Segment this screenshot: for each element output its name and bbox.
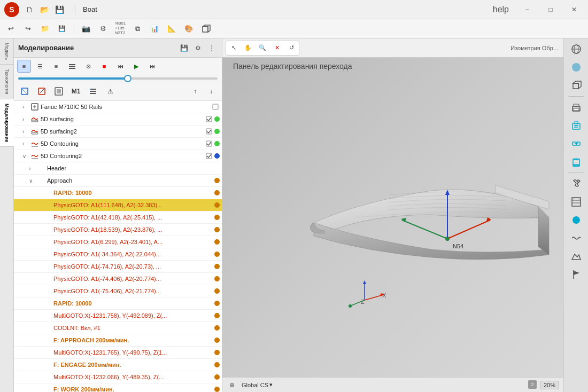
vt-x-button[interactable]: ✕	[270, 42, 284, 54]
tree-list[interactable]: › Fanuc M710IC 50 Rails › 5D surfacing ›…	[14, 101, 222, 392]
minimize-button[interactable]: −	[517, 2, 537, 17]
globe-icon-button[interactable]	[567, 41, 586, 58]
panel-settings-icon[interactable]: ⚙	[192, 42, 204, 54]
progress-thumb[interactable]	[124, 75, 131, 82]
x-circle-button[interactable]: ⊗	[81, 60, 95, 73]
anchor-red-button[interactable]	[34, 84, 49, 98]
rewind-button[interactable]: ⏮	[113, 60, 127, 73]
cube-icon-button[interactable]	[567, 77, 586, 94]
wrench-icon-button[interactable]	[567, 175, 586, 192]
dot-rapid1	[214, 190, 220, 195]
tree-item-physic6[interactable]: PhysicGOTO: A1(-74.716), A2(-20.73), ...	[14, 261, 222, 273]
progress-track[interactable]	[18, 77, 218, 80]
layers-btn[interactable]	[65, 60, 79, 73]
undo-button[interactable]: ↩	[3, 21, 18, 36]
frame-button[interactable]	[51, 84, 66, 98]
zoom-level[interactable]: 20%	[540, 381, 559, 389]
redo-button[interactable]: ↪	[20, 21, 35, 36]
coord-system-dropdown[interactable]: Global CS ▾	[242, 381, 273, 388]
tree-item-fwork[interactable]: F: WORK 200мм/мин.	[14, 383, 222, 392]
printer2-icon-button[interactable]	[567, 117, 586, 134]
save-button[interactable]: 💾	[55, 21, 69, 36]
svg-point-64	[572, 216, 580, 224]
arrow-down-button[interactable]: ↓	[204, 84, 219, 98]
tree-item-5dcontouring2[interactable]: ∨ 5D Contouring2	[14, 150, 222, 162]
tree-item-rapid1[interactable]: RAPID: 10000	[14, 187, 222, 199]
view-indent-button[interactable]: ≡	[49, 60, 63, 73]
tree-item-physic8[interactable]: PhysicGOTO: A1(-75.406), A2(-21.774)...	[14, 285, 222, 297]
svg-rect-2	[69, 64, 75, 65]
tab-model[interactable]: Модель	[0, 38, 14, 65]
tree-item-physic1[interactable]: PhysicGOTO: A1(111.648), A2(-32.383)...	[14, 199, 222, 211]
tree-item-5dsurfacing2[interactable]: › 5D surfacing2	[14, 126, 222, 138]
ruler-button[interactable]: 📐	[164, 21, 179, 36]
tab-tech[interactable]: Технология	[0, 65, 14, 99]
layers-button[interactable]: ⧉	[130, 21, 145, 36]
hatch-icon-button[interactable]	[567, 193, 586, 210]
gear-button[interactable]: ⚙	[96, 21, 111, 36]
m1-button[interactable]: M1	[68, 84, 83, 98]
arrow-up-button[interactable]: ↑	[188, 84, 203, 98]
printer1-icon-button[interactable]	[567, 99, 586, 116]
tree-item-physic7[interactable]: PhysicGOTO: A1(-74.406), A2(-20.774)...	[14, 273, 222, 285]
stats-button[interactable]: %001+185N2T2	[113, 21, 128, 36]
terrain-icon-button[interactable]	[567, 248, 586, 265]
panel-menu-icon[interactable]: ⋮	[206, 42, 218, 54]
camera-button[interactable]: 📷	[79, 21, 94, 36]
forward-button[interactable]: ⏭	[145, 60, 159, 73]
open-file-icon[interactable]: 📂	[38, 4, 50, 15]
panel-save-icon[interactable]: 💾	[178, 42, 190, 54]
tree-item-physic4[interactable]: PhysicGOTO: A1(6.299), A2(-23.401), A...	[14, 236, 222, 248]
tree-item-5dsurfacing[interactable]: › 5D surfacing	[14, 113, 222, 126]
tree-item-header[interactable]: › Header	[14, 162, 222, 175]
close-button[interactable]: ✕	[564, 2, 584, 17]
dot-5dsurfacing2	[214, 129, 220, 134]
vt-refresh-button[interactable]: ↺	[284, 42, 298, 54]
vt-cursor-button[interactable]: ↖	[227, 42, 241, 54]
help-button[interactable]: help	[489, 5, 513, 14]
tree-item-multigoto2[interactable]: MultiGOTO:X(-1231.765), Y(-490.75), Z(1.…	[14, 347, 222, 359]
wave-icon-button[interactable]	[567, 230, 586, 247]
tree-item-approach[interactable]: ∨ Approach	[14, 175, 222, 187]
tree-item-coolnt[interactable]: COOLNT: Вкл, #1	[14, 322, 222, 334]
tree-item-rapid2[interactable]: RAPID: 10000	[14, 297, 222, 310]
dot-multigoto1	[214, 313, 220, 318]
label-physic5: PhysicGOTO: A1(-34.364), A2(-22.044)...	[52, 251, 213, 257]
save-file-icon[interactable]: 💾	[53, 4, 65, 15]
sphere-icon-button[interactable]	[567, 59, 586, 76]
dot-icon-button[interactable]	[567, 211, 586, 229]
cube-button[interactable]	[198, 21, 213, 36]
flag-icon-button[interactable]	[567, 266, 586, 283]
label-coolnt: COOLNT: Вкл, #1	[52, 325, 213, 331]
machine-node[interactable]: › Fanuc M710IC 50 Rails	[14, 101, 222, 113]
vt-zoom-button[interactable]: 🔍	[256, 42, 269, 54]
tree-item-physic5[interactable]: PhysicGOTO: A1(-34.364), A2(-22.044)...	[14, 248, 222, 261]
warning-button[interactable]: ⚠	[103, 84, 118, 98]
tree-item-physic3[interactable]: PhysicGOTO: A1(18.539), A2(-23.876), ...	[14, 224, 222, 236]
cylinder-icon-button[interactable]	[567, 153, 586, 170]
tree-item-multigoto1[interactable]: MultiGOTO:X(-1231.758), Y(-492.089), Z(.…	[14, 310, 222, 322]
play-button[interactable]: ▶	[129, 60, 143, 73]
open-button[interactable]: 📁	[37, 21, 52, 36]
list3-button[interactable]	[86, 84, 100, 98]
view-grid-button[interactable]: ≡	[17, 60, 31, 73]
connector-icon-button[interactable]	[567, 135, 586, 152]
tree-item-5dcontouring[interactable]: › 5D Contouring	[14, 138, 222, 150]
view-list-button[interactable]: ☰	[33, 60, 47, 73]
color-button[interactable]: 🎨	[181, 21, 196, 36]
tab-modeling[interactable]: Моделирование	[0, 99, 14, 147]
maximize-button[interactable]: □	[541, 2, 560, 17]
new-file-icon[interactable]: 🗋	[24, 4, 35, 15]
chart-button[interactable]: 📊	[147, 21, 162, 36]
tree-item-multigoto3[interactable]: MultiGOTO:X(-1232.066), Y(-489.35), Z(..…	[14, 371, 222, 383]
vt-hand-button[interactable]: ✋	[241, 42, 255, 54]
title-bar: S 🗋 📂 💾 Boat help − □ ✕	[0, 0, 588, 19]
tree-item-physic2[interactable]: PhysicGOTO: A1(42.418), A2(-25.415), ...	[14, 211, 222, 224]
viewport-canvas[interactable]: Панель редактирования перехода	[222, 58, 563, 377]
anchor-blue-button[interactable]	[17, 84, 32, 98]
stop-button[interactable]: ■	[97, 60, 111, 73]
dot-5dsurfacing	[214, 116, 220, 122]
tree-item-fengage[interactable]: F: ENGAGE 200мм/мин.	[14, 359, 222, 371]
app-logo: S	[4, 2, 19, 17]
tree-item-fapproach[interactable]: F: APPROACH 200мм/мин.	[14, 334, 222, 347]
